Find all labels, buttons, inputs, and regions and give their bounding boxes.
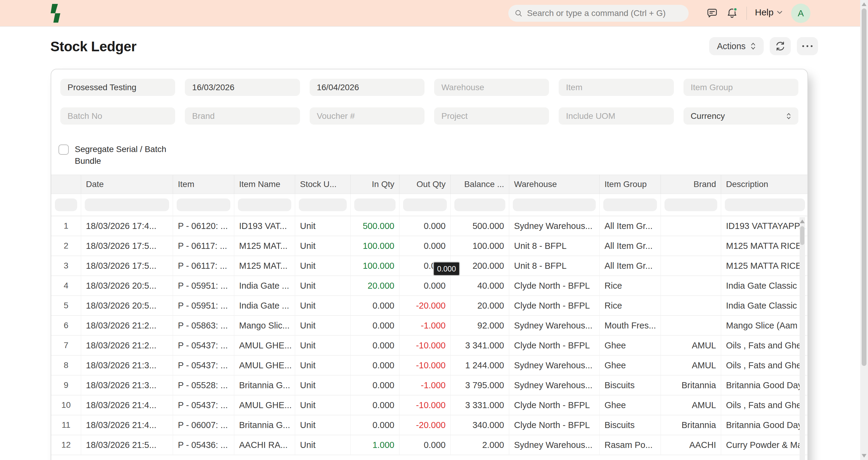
table-row[interactable]: 818/03/2026 21:3...P - 05437: ...AMUL GH… [51, 356, 807, 375]
chat-button[interactable] [705, 6, 719, 21]
column-filter-item_name[interactable] [238, 198, 291, 211]
cell-out_qty: -10.000 [400, 395, 451, 415]
search-input[interactable]: Search or type a command (Ctrl + G) [508, 5, 689, 22]
column-filter-cell [451, 194, 509, 216]
avatar[interactable]: A [791, 4, 810, 23]
cell-warehouse: Sydney Warehous... [509, 316, 600, 335]
column-filter-cell [661, 194, 721, 216]
column-filter-cell [509, 194, 600, 216]
filter-currency[interactable]: Currency [683, 108, 798, 125]
cell-stock_uom: Unit [295, 416, 351, 435]
cell-in_qty: 0.000 [351, 296, 400, 315]
table-row[interactable]: 1018/03/2026 21:4...P - 05437: ...AMUL G… [51, 395, 807, 416]
cell-balance: 3 795.000 [451, 375, 509, 395]
table-row[interactable]: 618/03/2026 21:2...P - 05863: ...Mango S… [51, 316, 807, 336]
column-header-out_qty[interactable]: Out Qty [400, 175, 451, 194]
table-row[interactable]: 218/03/2026 17:5...P - 06117: ...M125 MA… [51, 236, 807, 256]
page-scrollbar-thumb[interactable] [862, 8, 867, 366]
page-scrollbar[interactable] [860, 0, 868, 460]
cell-warehouse: Clyde North - BFPL [509, 296, 600, 315]
cell-stock_uom: Unit [295, 356, 351, 375]
cell-warehouse: Unit 8 - BFPL [509, 236, 600, 255]
filter-voucher[interactable] [310, 108, 425, 125]
table-row[interactable]: 1218/03/2026 21:5...P - 05436: ...AACHI … [51, 435, 807, 455]
table-row[interactable]: 418/03/2026 20:5...P - 05951: ...India G… [51, 276, 807, 296]
filter-project[interactable] [434, 108, 549, 125]
column-header-balance[interactable]: Balance ... [451, 175, 509, 194]
scroll-up-icon[interactable] [862, 2, 867, 6]
table-row[interactable]: 318/03/2026 17:5...P - 06117: ...M125 MA… [51, 256, 807, 276]
cell-item_group: Rasam Po... [600, 435, 661, 455]
cell-stock_uom: Unit [295, 296, 351, 315]
column-filter-item_group[interactable] [603, 198, 657, 211]
column-filter-in_qty[interactable] [354, 198, 396, 211]
column-filter-n[interactable] [55, 198, 77, 211]
column-header-date[interactable]: Date [81, 175, 173, 194]
column-filter-brand[interactable] [664, 198, 717, 211]
column-header-item_name[interactable]: Item Name [234, 175, 295, 194]
column-filter-balance[interactable] [454, 198, 505, 211]
cell-stock_uom: Unit [295, 216, 351, 236]
filters-area: Currency [51, 69, 807, 125]
filter-warehouse[interactable] [434, 79, 549, 96]
table-scrollbar[interactable] [800, 217, 805, 460]
cell-description: Curry Powder & Ma [721, 435, 808, 455]
notifications-button[interactable] [725, 6, 739, 21]
filter-item-group[interactable] [683, 79, 798, 96]
column-filter-stock_uom[interactable] [299, 198, 347, 211]
table-scrollbar-thumb[interactable] [800, 226, 804, 245]
cell-date: 18/03/2026 21:3... [81, 356, 173, 375]
table-row[interactable]: 718/03/2026 21:2...P - 05437: ...AMUL GH… [51, 336, 807, 356]
cell-item: P - 06117: ... [173, 236, 234, 255]
actions-button[interactable]: Actions [709, 37, 764, 55]
column-filter-item[interactable] [177, 198, 230, 211]
filter-brand[interactable] [185, 108, 300, 125]
column-filter-warehouse[interactable] [513, 198, 596, 211]
column-header-item[interactable]: Item [173, 175, 234, 194]
column-filter-cell [173, 194, 234, 216]
column-header-n[interactable] [51, 175, 81, 194]
filter-from-date[interactable] [185, 79, 300, 96]
filter-to-date[interactable] [310, 79, 425, 96]
table-row[interactable]: 1118/03/2026 21:4...P - 06007: ...Britan… [51, 416, 807, 435]
app-logo-icon[interactable] [51, 4, 60, 23]
help-menu[interactable]: Help [755, 7, 783, 18]
cell-in_qty: 100.000 [351, 256, 400, 275]
column-header-in_qty[interactable]: In Qty [351, 175, 400, 194]
cell-brand: AACHI [661, 435, 721, 455]
column-filter-description[interactable] [725, 198, 805, 211]
table-row[interactable]: 118/03/2026 17:4...P - 06120: ...ID193 V… [51, 216, 807, 236]
cell-description: Oils , Fats and Ghe [721, 336, 808, 355]
cell-description: India Gate Classic [721, 276, 808, 295]
cell-item: P - 06007: ... [173, 416, 234, 435]
filter-company[interactable] [60, 79, 175, 96]
column-header-brand[interactable]: Brand [661, 175, 721, 194]
more-menu-button[interactable] [797, 37, 818, 55]
filter-batch-no[interactable] [60, 108, 175, 125]
cell-balance: 3 331.000 [451, 395, 509, 415]
filter-include-uom[interactable] [559, 108, 674, 125]
avatar-letter: A [798, 8, 804, 19]
cell-balance: 100.000 [451, 236, 509, 255]
cell-warehouse: Sydney Warehous... [509, 216, 600, 236]
segregate-checkbox[interactable] [59, 145, 69, 155]
cell-item_group: All Item Gr... [600, 256, 661, 275]
cell-in_qty: 0.000 [351, 356, 400, 375]
table-row[interactable]: 918/03/2026 21:3...P - 05528: ...Britann… [51, 375, 807, 395]
filter-item[interactable] [559, 79, 674, 96]
column-filter-out_qty[interactable] [403, 198, 447, 211]
refresh-button[interactable] [770, 37, 791, 55]
cell-description: Oils , Fats and Ghe [721, 395, 808, 415]
table-row[interactable]: 518/03/2026 20:5...P - 05951: ...India G… [51, 296, 807, 316]
column-header-stock_uom[interactable]: Stock U... [295, 175, 351, 194]
cell-n: 4 [51, 276, 81, 295]
column-filter-date[interactable] [85, 198, 169, 211]
cell-brand: Britannia [661, 416, 721, 435]
column-header-item_group[interactable]: Item Group [600, 175, 661, 194]
column-header-description[interactable]: Description [721, 175, 808, 194]
column-header-warehouse[interactable]: Warehouse [509, 175, 600, 194]
cell-item_group: Rice [600, 296, 661, 315]
cell-balance: 3 341.000 [451, 336, 509, 355]
scroll-down-icon[interactable] [862, 454, 867, 458]
cell-stock_uom: Unit [295, 375, 351, 395]
